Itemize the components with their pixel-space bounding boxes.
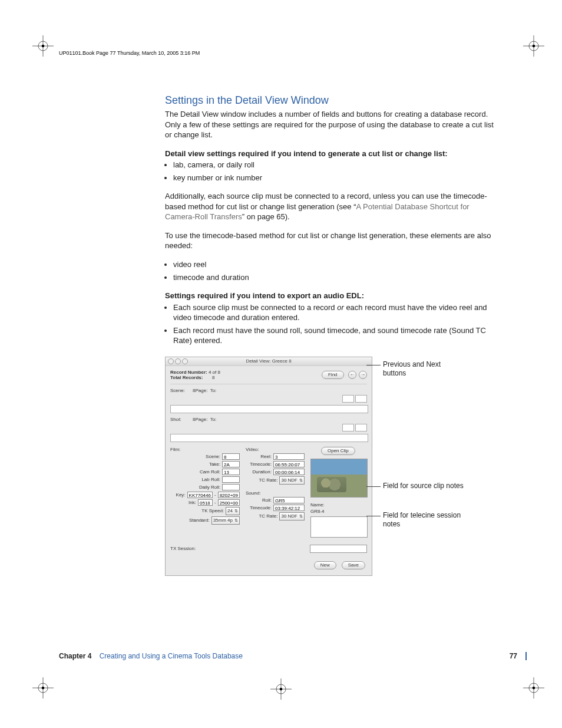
figure: Detail View: Greece 8 Record Number: 4 o… [165, 357, 495, 576]
bullet-list: video reel timecode and duration [165, 259, 495, 282]
callout-prev-next: Previous and Next buttons [383, 360, 465, 378]
sound-roll-input[interactable]: GR5 [273, 497, 305, 503]
list-item: timecode and duration [173, 272, 495, 283]
svg-point-11 [42, 687, 45, 690]
svg-point-7 [533, 45, 535, 48]
chapter-title: Creating and Using a Cinema Tools Databa… [100, 652, 243, 660]
chapter-label: Chapter 4 [59, 652, 91, 660]
film-heading: Film: [170, 447, 240, 452]
shot-description-input[interactable] [170, 434, 368, 442]
crop-mark-icon [523, 35, 544, 57]
video-duration-input[interactable]: 00:00:06:14 [273, 469, 305, 475]
sound-heading: Sound: [246, 490, 305, 496]
tx-session-input[interactable] [310, 545, 367, 553]
key-suffix-input[interactable]: 8202+09 [218, 492, 240, 498]
to-label: To: [210, 417, 217, 422]
ink-suffix-input[interactable]: 2500+00 [218, 499, 240, 506]
subheading-cutlist: Detail view settings required if you int… [165, 149, 495, 159]
page-from-input[interactable] [342, 424, 354, 431]
film-column: Film: Scene:8 Take:2A Cam Roll:13 Lab Ro… [170, 447, 240, 538]
bullet-list: lab, camera, or daily roll key number or… [165, 160, 495, 183]
cam-roll-input[interactable]: 13 [222, 469, 240, 475]
svg-point-12 [529, 683, 538, 693]
video-tcrate-select[interactable]: 30 NDF⇅ [279, 476, 305, 485]
svg-point-8 [38, 683, 48, 693]
page-to-input[interactable] [355, 395, 367, 403]
text: ” on page 65). [242, 212, 290, 221]
lab-roll-input[interactable] [222, 476, 240, 483]
callout-tx-notes: Field for telecine session notes [383, 511, 465, 529]
film-take-input[interactable]: 2A [222, 461, 240, 467]
text: Each source clip must be connected to a … [173, 303, 337, 312]
find-button[interactable]: Find [322, 371, 344, 379]
clip-thumbnail [310, 459, 368, 498]
field-label: TC Rate: [252, 477, 277, 483]
record-number-value: 4 of 8 [209, 370, 220, 375]
page: UP01101.Book Page 77 Thursday, March 10,… [0, 0, 562, 728]
name-label: Name: [310, 502, 369, 508]
video-heading: Video: [246, 447, 305, 452]
field-label: Timecode: [246, 462, 272, 467]
window-titlebar: Detail View: Greece 8 [166, 357, 372, 366]
header-slug: UP01101.Book Page 77 Thursday, March 10,… [59, 50, 200, 56]
svg-point-19 [280, 688, 283, 691]
scene-label: Scene: [170, 388, 190, 393]
list-item: Each record must have the sound roll, so… [173, 325, 495, 346]
detail-view-window: Detail View: Greece 8 Record Number: 4 o… [165, 357, 372, 576]
svg-point-15 [533, 687, 535, 690]
page-from-input[interactable] [342, 395, 354, 403]
sound-timecode-input[interactable]: 03:39:42:12 [273, 505, 305, 511]
save-button[interactable]: Save [342, 561, 365, 569]
ink-prefix-input[interactable]: 0518 [198, 499, 213, 506]
standard-select[interactable]: 35mm 4p⇅ [211, 516, 240, 525]
page-to-input[interactable] [355, 424, 367, 431]
record-number-label: Record Number: [170, 370, 207, 375]
field-label: TK Speed: [198, 508, 224, 513]
crop-mark-icon [32, 35, 54, 57]
open-clip-button[interactable]: Open Clip [321, 447, 355, 455]
page-footer: Chapter 4 Creating and Using a Cinema To… [59, 652, 527, 660]
video-reel-input[interactable]: 3 [273, 453, 305, 460]
paragraph: Additionally, each source clip must be c… [165, 191, 495, 222]
clip-notes-input[interactable] [310, 516, 368, 538]
bullet-list: Each source clip must be connected to a … [165, 302, 495, 346]
tk-speed-select[interactable]: 24⇅ [226, 507, 240, 515]
chevron-updown-icon: ⇅ [299, 477, 303, 484]
section-heading: Settings in the Detail View Window [165, 94, 495, 107]
list-item: video reel [173, 259, 495, 270]
crop-mark-icon [270, 678, 292, 700]
film-scene-input[interactable]: 8 [222, 453, 240, 460]
next-button[interactable]: → [359, 371, 367, 379]
subheading-audio-edl: Settings required if you intend to expor… [165, 291, 495, 301]
svg-point-4 [529, 41, 538, 51]
key-prefix-input[interactable]: KK770446 [187, 492, 213, 498]
list-item: key number or ink number [173, 173, 495, 183]
preview-column: Open Clip Name: GR8-4 [310, 447, 369, 538]
daily-roll-input[interactable] [222, 484, 240, 490]
field-label: Take: [194, 462, 220, 467]
svg-point-16 [276, 684, 286, 694]
field-label: Daily Roll: [194, 485, 220, 490]
field-label: Key: [160, 492, 186, 498]
field-label: Standard: [184, 518, 210, 523]
new-button[interactable]: New [314, 561, 336, 569]
main-content: Settings in the Detail View Window The D… [165, 94, 495, 576]
field-label: TC Rate: [252, 513, 277, 519]
scene-description-input[interactable] [170, 405, 368, 413]
list-item: Each source clip must be connected to a … [173, 302, 495, 323]
field-label: Cam Roll: [194, 469, 220, 475]
previous-button[interactable]: ← [348, 371, 356, 379]
field-label: Lab Roll: [194, 477, 220, 482]
callout-clip-notes: Field for source clip notes [383, 482, 465, 491]
sound-tcrate-select[interactable]: 30 NDF⇅ [279, 512, 305, 521]
text-emphasis: or [337, 303, 344, 312]
paragraph: To use the timecode-based method for cut… [165, 230, 495, 251]
clip-name-value: GR8-4 [310, 509, 369, 514]
field-label: Scene: [194, 454, 220, 459]
crop-mark-icon [523, 677, 544, 699]
video-timecode-input[interactable]: 06:55:20:07 [273, 461, 305, 467]
field-label: Ink: [170, 500, 196, 505]
field-label: Roll: [246, 498, 272, 503]
field-label: Timecode: [246, 505, 272, 510]
total-records-label: Total Records: [170, 375, 203, 380]
